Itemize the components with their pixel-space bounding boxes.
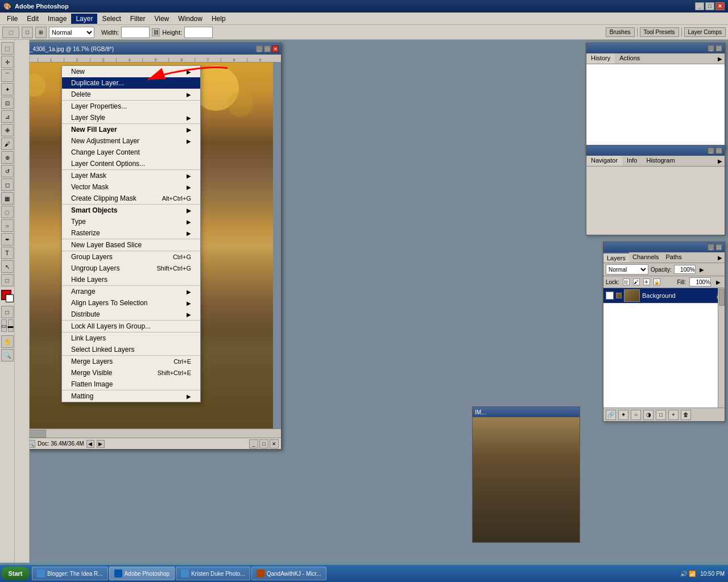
canvas-img-max[interactable]: □ [259, 439, 268, 448]
fill-arrow[interactable]: ▶ [714, 278, 722, 286]
tool-magic-wand[interactable]: ✦ [1, 83, 14, 95]
menu-type[interactable]: Type ▶ [62, 216, 200, 227]
toolbar-icon3[interactable]: ⊞ [35, 27, 47, 38]
taskbar-item-blogger[interactable]: Blogger: The Idea R... [32, 567, 108, 580]
layers-minimize[interactable]: _ [708, 244, 714, 251]
tab-navigator[interactable]: Navigator [586, 156, 622, 166]
menu-window[interactable]: Window [173, 14, 207, 24]
tab-actions[interactable]: Actions [615, 53, 644, 64]
link-icon[interactable]: ⛓ [152, 28, 160, 36]
tool-lasso[interactable]: ⌒ [1, 69, 14, 82]
menu-image[interactable]: Image [43, 14, 71, 24]
menu-filter[interactable]: Filter [126, 14, 150, 24]
menu-align-layers[interactable]: Align Layers To Selection ▶ [62, 297, 200, 309]
menu-new-fill-layer[interactable]: New Fill Layer ▶ [62, 124, 200, 135]
screen-mode2[interactable]: ▬ [8, 319, 14, 332]
tool-move[interactable]: ✛ [1, 56, 14, 68]
menu-link-layers[interactable]: Link Layers [62, 332, 200, 344]
screen-mode1[interactable]: ▭ [1, 319, 7, 332]
menu-merge-layers[interactable]: Merge Layers Ctrl+E [62, 356, 200, 367]
menu-smart-objects[interactable]: Smart Objects ▶ [62, 205, 200, 216]
taskbar-item-kristen[interactable]: Kristen Duke Photo... [176, 567, 250, 580]
nav-menu[interactable]: ▶ [715, 156, 725, 166]
layers-blend-mode[interactable]: Normal [606, 264, 648, 275]
nav-arrow-right[interactable]: ▶ [97, 440, 105, 448]
layers-scrollbar[interactable] [718, 288, 725, 408]
menu-layer-style[interactable]: Layer Style ▶ [62, 112, 200, 123]
canvas-minimize[interactable]: _ [256, 45, 263, 52]
tool-history-brush[interactable]: ↺ [1, 165, 14, 177]
link-layers-btn[interactable]: 🔗 [606, 410, 616, 420]
height-input[interactable] [184, 27, 213, 38]
tab-info[interactable]: Info [622, 156, 642, 166]
layers-maximize[interactable]: □ [715, 244, 722, 251]
taskbar-item-qanda[interactable]: QandAwithKJ - Micr... [251, 567, 326, 580]
layers-menu-btn[interactable]: ▶ [715, 252, 725, 263]
menu-layer-mask[interactable]: Layer Mask ▶ [62, 170, 200, 181]
menu-change-layer-content[interactable]: Change Layer Content [62, 147, 200, 158]
menu-new-adjustment-layer[interactable]: New Adjustment Layer ▶ [62, 135, 200, 147]
menu-ungroup-layers[interactable]: Ungroup Layers Shift+Ctrl+G [62, 263, 200, 274]
tool-crop[interactable]: ⊡ [1, 97, 14, 109]
nav-minimize[interactable]: _ [708, 147, 714, 154]
start-button[interactable]: Start [1, 567, 30, 580]
layers-scroll-thumb[interactable] [719, 289, 725, 306]
canvas-restore[interactable]: □ [264, 45, 271, 52]
menu-delete[interactable]: Delete ▶ [62, 89, 200, 100]
tab-history[interactable]: History [586, 53, 615, 64]
width-input[interactable] [121, 27, 150, 38]
menu-matting[interactable]: Matting ▶ [62, 390, 200, 402]
scroll-horizontal[interactable] [11, 429, 281, 438]
canvas-close[interactable]: ✕ [272, 45, 279, 52]
tool-healing[interactable]: ✙ [1, 124, 14, 136]
canvas-img-min[interactable]: _ [249, 439, 258, 448]
layer-comps-button[interactable]: Layer Comps [684, 27, 726, 37]
nav-expand[interactable]: □ [715, 147, 722, 154]
history-menu[interactable]: ▶ [715, 53, 725, 64]
tab-paths[interactable]: Paths [663, 252, 685, 263]
close-button[interactable]: ✕ [715, 2, 725, 10]
tab-histogram[interactable]: Histogram [642, 156, 679, 166]
tool-text[interactable]: T [1, 247, 14, 259]
history-expand[interactable]: □ [715, 45, 722, 52]
tool-path-selection[interactable]: ↖ [1, 260, 14, 273]
lock-image[interactable]: 🖌 [633, 278, 640, 285]
tool-brush[interactable]: 🖌 [1, 138, 14, 150]
menu-arrange[interactable]: Arrange ▶ [62, 286, 200, 297]
menu-layer-properties[interactable]: Layer Properties... [62, 101, 200, 112]
menu-view[interactable]: View [150, 14, 173, 24]
menu-layer-content-options[interactable]: Layer Content Options... [62, 158, 200, 169]
add-style-btn[interactable]: ✦ [618, 410, 628, 420]
tool-pen[interactable]: ✒ [1, 233, 14, 246]
menu-vector-mask[interactable]: Vector Mask ▶ [62, 181, 200, 193]
tool-clone[interactable]: ⊕ [1, 151, 14, 164]
tool-dodge[interactable]: ○ [1, 219, 14, 232]
menu-select[interactable]: Select [97, 14, 125, 24]
new-layer-btn[interactable]: + [668, 410, 679, 420]
menu-rasterize[interactable]: Rasterize ▶ [62, 227, 200, 239]
new-group-btn[interactable]: □ [656, 410, 666, 420]
lock-all[interactable]: 🔒 [653, 278, 660, 285]
tool-hand[interactable]: ✋ [1, 335, 14, 348]
menu-new[interactable]: New ▶ [62, 66, 200, 77]
tool-eraser[interactable]: ◻ [1, 178, 14, 191]
menu-new-layer-based-slice[interactable]: New Layer Based Slice [62, 239, 200, 251]
color-swatches[interactable] [1, 290, 14, 302]
menu-distribute[interactable]: Distribute ▶ [62, 309, 200, 320]
tool-zoom[interactable]: 🔍 [1, 349, 14, 361]
layer-visibility-eye[interactable]: 👁 [606, 292, 614, 300]
add-mask-btn[interactable]: ○ [631, 410, 641, 420]
tool-shape[interactable]: □ [1, 274, 14, 286]
opacity-arrow[interactable]: ▶ [698, 265, 706, 273]
menu-duplicate-layer[interactable]: Duplicate Layer... [62, 77, 200, 89]
toolbar-icon1[interactable]: ⬚ [2, 27, 19, 38]
menu-layer[interactable]: Layer [71, 14, 97, 24]
blend-mode-select[interactable]: Normal [49, 27, 94, 38]
tool-presets-button[interactable]: Tool Presets [640, 27, 679, 37]
tab-layers[interactable]: Layers [603, 252, 629, 263]
standard-mode[interactable]: □ [1, 306, 14, 318]
menu-file[interactable]: File [2, 14, 22, 24]
menu-group-layers[interactable]: Group Layers Ctrl+G [62, 251, 200, 263]
menu-help[interactable]: Help [207, 14, 230, 24]
fill-input[interactable] [689, 277, 711, 286]
